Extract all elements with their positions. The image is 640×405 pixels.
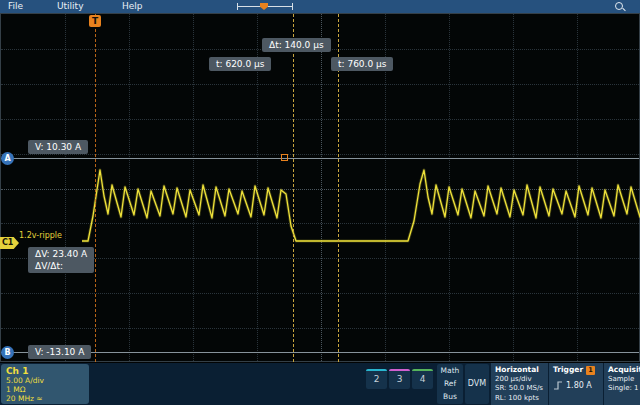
cursor-b-voltage-readout: V: -13.10 A <box>28 345 91 359</box>
t1-readout: t: 620.0 μs <box>209 57 271 71</box>
grid-line <box>1 328 639 329</box>
grid-line <box>1 119 639 120</box>
status-bar: Ch 1 5.00 A/div 1 MΩ 20 MHz ≈ 2 3 4 Math… <box>0 363 640 405</box>
grid-line <box>577 14 578 361</box>
search-icon[interactable] <box>615 2 623 10</box>
grid-line <box>449 14 450 361</box>
grid-line <box>1 84 639 85</box>
acquisition-panel[interactable]: Acquisition Sample Single: 1 <box>604 363 640 405</box>
graticule <box>0 13 640 362</box>
horizontal-scale: 200 μs/div <box>495 375 544 385</box>
record-view-indicator[interactable] <box>237 3 293 10</box>
channel2-tab[interactable]: 2 <box>366 369 387 389</box>
cursor-b-horizontal-line[interactable] <box>1 352 639 353</box>
trigger-source-badge: 1 <box>586 366 595 375</box>
delta-v-readout: ΔV: 23.40 A ΔV/Δt: <box>28 247 94 273</box>
grid-line <box>513 14 514 361</box>
delta-t-readout: Δt: 140.0 μs <box>262 38 331 52</box>
record-length: RL: 100 kpts <box>495 394 544 404</box>
grid-line <box>1 258 639 259</box>
sample-rate: SR: 50.0 MS/s <box>495 384 544 394</box>
menu-help[interactable]: Help <box>122 1 143 12</box>
acquisition-mode: Sample <box>608 375 640 385</box>
delta-v-value: ΔV: 23.40 A <box>35 248 87 260</box>
ref-label: Ref <box>437 377 463 390</box>
menu-utility[interactable]: Utility <box>57 1 83 12</box>
dvm-button[interactable]: DVM <box>465 364 489 404</box>
oscilloscope-screen: File Utility Help T A B Δt: 140.0 μs t: … <box>0 0 640 405</box>
channel1-bandwidth: 20 MHz ≈ <box>6 394 84 403</box>
trigger-panel[interactable]: Trigger1 1.80 A <box>549 363 603 405</box>
horizontal-title: Horizontal <box>495 365 544 375</box>
acquisition-stopafter: Single: 1 <box>608 384 640 394</box>
cursor-a-handle[interactable] <box>281 154 288 161</box>
menu-bar: File Utility Help <box>0 0 640 13</box>
bus-label: Bus <box>437 390 463 403</box>
cursor-b-badge[interactable]: B <box>1 346 14 359</box>
grid-line <box>193 14 194 361</box>
channel1-label[interactable]: 1.2v-ripple <box>19 231 62 240</box>
grid-line <box>1 293 639 294</box>
cursor-a-vertical-line[interactable] <box>293 14 294 362</box>
channel4-tab[interactable]: 4 <box>412 369 433 389</box>
math-ref-bus-button[interactable]: Math Ref Bus <box>437 364 463 404</box>
cursor-a-horizontal-line[interactable] <box>1 158 639 159</box>
math-label: Math <box>437 364 463 377</box>
delta-v-over-dt-value: ΔV/Δt: <box>35 260 87 272</box>
grid-line <box>1 154 639 155</box>
channel1-impedance: 1 MΩ <box>6 385 84 394</box>
horizontal-panel[interactable]: Horizontal 200 μs/div SR: 50.0 MS/s RL: … <box>491 363 548 405</box>
channel3-tab[interactable]: 3 <box>389 369 410 389</box>
channel1-badge-title: Ch 1 <box>6 366 84 376</box>
channel1-badge[interactable]: Ch 1 5.00 A/div 1 MΩ 20 MHz ≈ <box>1 364 89 404</box>
grid-line <box>65 14 66 361</box>
acquisition-title: Acquisition <box>608 365 640 375</box>
trigger-position-line <box>95 14 96 362</box>
grid-line <box>129 14 130 361</box>
menu-file[interactable]: File <box>8 1 23 12</box>
trigger-level: 1.80 A <box>566 380 592 389</box>
cursor-a-voltage-readout: V: 10.30 A <box>28 140 88 154</box>
rising-edge-icon <box>553 380 563 390</box>
trigger-flag-icon[interactable]: T <box>89 15 101 27</box>
trigger-title: Trigger <box>553 365 583 374</box>
t2-readout: t: 760.0 μs <box>331 57 393 71</box>
cursor-a-badge[interactable]: A <box>1 152 14 165</box>
grid-line <box>321 14 322 361</box>
expansion-point-marker[interactable] <box>260 3 268 10</box>
channel1-scale: 5.00 A/div <box>6 376 84 385</box>
grid-line <box>1 189 639 190</box>
grid-line <box>1 223 639 224</box>
